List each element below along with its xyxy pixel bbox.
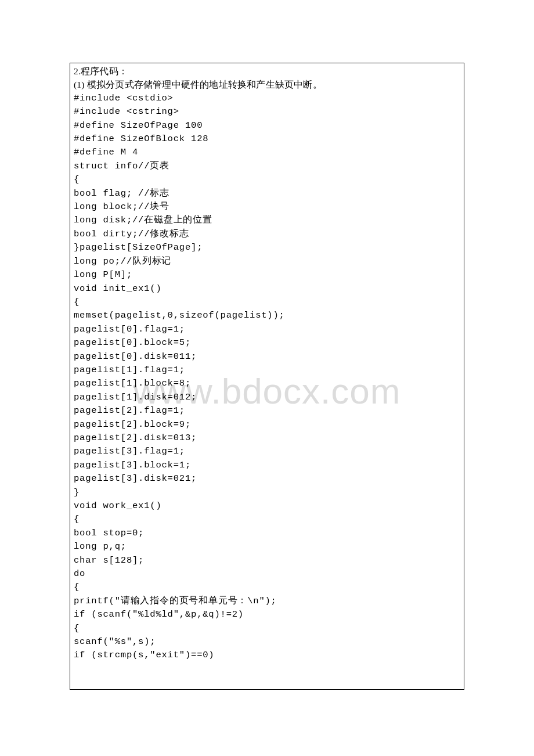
code-line: bool flag; //标志 bbox=[74, 187, 460, 200]
code-line: { bbox=[74, 513, 460, 526]
code-line: pagelist[1].disk=012; bbox=[74, 391, 460, 404]
code-line: } bbox=[74, 486, 460, 499]
code-line: bool dirty;//修改标志 bbox=[74, 228, 460, 241]
code-line: { bbox=[74, 173, 460, 186]
code-line: { bbox=[74, 581, 460, 594]
code-line: (1) 模拟分页式存储管理中硬件的地址转换和产生缺页中断。 bbox=[74, 78, 460, 91]
code-line: memset(pagelist,0,sizeof(pagelist)); bbox=[74, 309, 460, 322]
content-wrapper: 2.程序代码：(1) 模拟分页式存储管理中硬件的地址转换和产生缺页中断。#inc… bbox=[70, 63, 464, 690]
code-line: #define M 4 bbox=[74, 146, 460, 159]
code-line: #define SizeOfPage 100 bbox=[74, 119, 460, 132]
code-line: { bbox=[74, 296, 460, 309]
code-line: struct info//页表 bbox=[74, 160, 460, 173]
code-line: if (strcmp(s,"exit")==0) bbox=[74, 649, 460, 662]
code-line: void work_ex1() bbox=[74, 499, 460, 513]
code-line: printf("请输入指令的页号和单元号：\n"); bbox=[74, 595, 460, 608]
code-line: pagelist[2].flag=1; bbox=[74, 404, 460, 417]
code-line: pagelist[0].block=5; bbox=[74, 336, 460, 350]
code-line: #include <cstdio> bbox=[74, 92, 460, 105]
code-line: do bbox=[74, 567, 460, 581]
code-line: pagelist[0].flag=1; bbox=[74, 323, 460, 336]
document-page: www.bdocx.com 2.程序代码：(1) 模拟分页式存储管理中硬件的地址… bbox=[0, 0, 534, 756]
code-line: bool stop=0; bbox=[74, 527, 460, 540]
code-line: long P[M]; bbox=[74, 268, 460, 282]
code-line: void init_ex1() bbox=[74, 282, 460, 296]
code-line: char s[128]; bbox=[74, 554, 460, 567]
code-box: 2.程序代码：(1) 模拟分页式存储管理中硬件的地址转换和产生缺页中断。#inc… bbox=[70, 63, 464, 690]
code-line: scanf("%s",s); bbox=[74, 635, 460, 649]
code-line: }pagelist[SizeOfPage]; bbox=[74, 241, 460, 254]
code-line: pagelist[2].disk=013; bbox=[74, 431, 460, 445]
code-line: pagelist[3].flag=1; bbox=[74, 445, 460, 458]
code-line: long disk;//在磁盘上的位置 bbox=[74, 214, 460, 227]
code-line: pagelist[3].block=1; bbox=[74, 459, 460, 472]
code-line: 2.程序代码： bbox=[74, 64, 460, 78]
code-line: pagelist[0].disk=011; bbox=[74, 350, 460, 363]
code-line: long po;//队列标记 bbox=[74, 255, 460, 268]
code-line: pagelist[1].block=8; bbox=[74, 377, 460, 390]
code-line: #include <cstring> bbox=[74, 105, 460, 118]
code-line: long block;//块号 bbox=[74, 200, 460, 214]
code-line: pagelist[1].flag=1; bbox=[74, 363, 460, 377]
code-line: pagelist[3].disk=021; bbox=[74, 472, 460, 485]
code-line: { bbox=[74, 622, 460, 635]
code-line: #define SizeOfBlock 128 bbox=[74, 132, 460, 146]
code-line: if (scanf("%ld%ld",&p,&q)!=2) bbox=[74, 608, 460, 621]
code-line: pagelist[2].block=9; bbox=[74, 418, 460, 431]
code-line: long p,q; bbox=[74, 540, 460, 553]
